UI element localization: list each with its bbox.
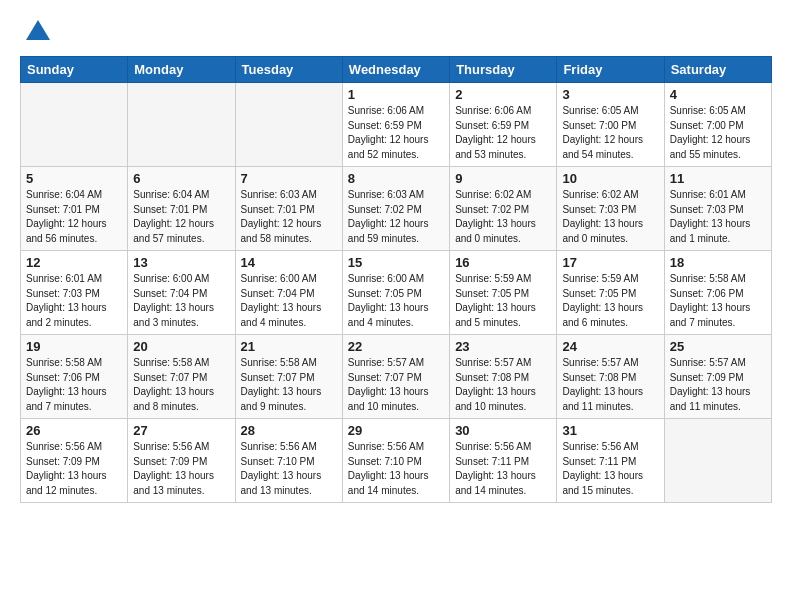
day-info: Sunrise: 5:58 AM Sunset: 7:06 PM Dayligh…	[670, 272, 766, 330]
day-info: Sunrise: 5:56 AM Sunset: 7:11 PM Dayligh…	[455, 440, 551, 498]
day-number: 5	[26, 171, 122, 186]
day-info: Sunrise: 5:59 AM Sunset: 7:05 PM Dayligh…	[455, 272, 551, 330]
day-info: Sunrise: 5:56 AM Sunset: 7:11 PM Dayligh…	[562, 440, 658, 498]
calendar-cell: 6Sunrise: 6:04 AM Sunset: 7:01 PM Daylig…	[128, 167, 235, 251]
calendar-header: SundayMondayTuesdayWednesdayThursdayFrid…	[21, 57, 772, 83]
day-number: 18	[670, 255, 766, 270]
calendar-cell: 21Sunrise: 5:58 AM Sunset: 7:07 PM Dayli…	[235, 335, 342, 419]
day-number: 13	[133, 255, 229, 270]
logo	[20, 16, 52, 44]
week-row-3: 19Sunrise: 5:58 AM Sunset: 7:06 PM Dayli…	[21, 335, 772, 419]
day-number: 29	[348, 423, 444, 438]
calendar-cell: 10Sunrise: 6:02 AM Sunset: 7:03 PM Dayli…	[557, 167, 664, 251]
page: SundayMondayTuesdayWednesdayThursdayFrid…	[0, 0, 792, 519]
calendar-cell: 25Sunrise: 5:57 AM Sunset: 7:09 PM Dayli…	[664, 335, 771, 419]
calendar-cell: 5Sunrise: 6:04 AM Sunset: 7:01 PM Daylig…	[21, 167, 128, 251]
calendar-cell	[235, 83, 342, 167]
day-number: 3	[562, 87, 658, 102]
day-info: Sunrise: 6:04 AM Sunset: 7:01 PM Dayligh…	[26, 188, 122, 246]
day-info: Sunrise: 6:01 AM Sunset: 7:03 PM Dayligh…	[670, 188, 766, 246]
day-number: 28	[241, 423, 337, 438]
weekday-header-tuesday: Tuesday	[235, 57, 342, 83]
calendar-cell: 29Sunrise: 5:56 AM Sunset: 7:10 PM Dayli…	[342, 419, 449, 503]
week-row-4: 26Sunrise: 5:56 AM Sunset: 7:09 PM Dayli…	[21, 419, 772, 503]
calendar-cell: 9Sunrise: 6:02 AM Sunset: 7:02 PM Daylig…	[450, 167, 557, 251]
day-number: 1	[348, 87, 444, 102]
day-number: 19	[26, 339, 122, 354]
calendar-cell: 11Sunrise: 6:01 AM Sunset: 7:03 PM Dayli…	[664, 167, 771, 251]
calendar-cell: 17Sunrise: 5:59 AM Sunset: 7:05 PM Dayli…	[557, 251, 664, 335]
calendar-cell	[664, 419, 771, 503]
calendar-cell: 27Sunrise: 5:56 AM Sunset: 7:09 PM Dayli…	[128, 419, 235, 503]
day-number: 23	[455, 339, 551, 354]
day-info: Sunrise: 6:00 AM Sunset: 7:04 PM Dayligh…	[133, 272, 229, 330]
day-info: Sunrise: 5:56 AM Sunset: 7:10 PM Dayligh…	[241, 440, 337, 498]
calendar-cell: 4Sunrise: 6:05 AM Sunset: 7:00 PM Daylig…	[664, 83, 771, 167]
weekday-header-wednesday: Wednesday	[342, 57, 449, 83]
week-row-0: 1Sunrise: 6:06 AM Sunset: 6:59 PM Daylig…	[21, 83, 772, 167]
day-info: Sunrise: 6:00 AM Sunset: 7:05 PM Dayligh…	[348, 272, 444, 330]
day-info: Sunrise: 5:58 AM Sunset: 7:06 PM Dayligh…	[26, 356, 122, 414]
calendar-cell: 28Sunrise: 5:56 AM Sunset: 7:10 PM Dayli…	[235, 419, 342, 503]
calendar-cell: 19Sunrise: 5:58 AM Sunset: 7:06 PM Dayli…	[21, 335, 128, 419]
calendar-cell: 26Sunrise: 5:56 AM Sunset: 7:09 PM Dayli…	[21, 419, 128, 503]
calendar-cell: 22Sunrise: 5:57 AM Sunset: 7:07 PM Dayli…	[342, 335, 449, 419]
day-number: 15	[348, 255, 444, 270]
day-info: Sunrise: 5:57 AM Sunset: 7:08 PM Dayligh…	[455, 356, 551, 414]
day-number: 22	[348, 339, 444, 354]
calendar-cell: 16Sunrise: 5:59 AM Sunset: 7:05 PM Dayli…	[450, 251, 557, 335]
day-number: 2	[455, 87, 551, 102]
calendar-cell	[21, 83, 128, 167]
day-number: 21	[241, 339, 337, 354]
calendar-cell: 1Sunrise: 6:06 AM Sunset: 6:59 PM Daylig…	[342, 83, 449, 167]
day-info: Sunrise: 5:59 AM Sunset: 7:05 PM Dayligh…	[562, 272, 658, 330]
day-number: 27	[133, 423, 229, 438]
weekday-header-sunday: Sunday	[21, 57, 128, 83]
day-info: Sunrise: 5:58 AM Sunset: 7:07 PM Dayligh…	[133, 356, 229, 414]
day-number: 6	[133, 171, 229, 186]
calendar-table: SundayMondayTuesdayWednesdayThursdayFrid…	[20, 56, 772, 503]
calendar-cell: 13Sunrise: 6:00 AM Sunset: 7:04 PM Dayli…	[128, 251, 235, 335]
calendar-cell: 18Sunrise: 5:58 AM Sunset: 7:06 PM Dayli…	[664, 251, 771, 335]
day-number: 17	[562, 255, 658, 270]
calendar-cell: 12Sunrise: 6:01 AM Sunset: 7:03 PM Dayli…	[21, 251, 128, 335]
svg-marker-0	[26, 20, 50, 40]
calendar-cell	[128, 83, 235, 167]
calendar-cell: 30Sunrise: 5:56 AM Sunset: 7:11 PM Dayli…	[450, 419, 557, 503]
day-number: 20	[133, 339, 229, 354]
day-number: 30	[455, 423, 551, 438]
weekday-header-saturday: Saturday	[664, 57, 771, 83]
calendar-cell: 8Sunrise: 6:03 AM Sunset: 7:02 PM Daylig…	[342, 167, 449, 251]
weekday-header-thursday: Thursday	[450, 57, 557, 83]
day-info: Sunrise: 5:56 AM Sunset: 7:10 PM Dayligh…	[348, 440, 444, 498]
day-info: Sunrise: 5:56 AM Sunset: 7:09 PM Dayligh…	[26, 440, 122, 498]
day-number: 9	[455, 171, 551, 186]
day-info: Sunrise: 5:57 AM Sunset: 7:08 PM Dayligh…	[562, 356, 658, 414]
day-info: Sunrise: 6:06 AM Sunset: 6:59 PM Dayligh…	[348, 104, 444, 162]
calendar-cell: 31Sunrise: 5:56 AM Sunset: 7:11 PM Dayli…	[557, 419, 664, 503]
calendar-cell: 20Sunrise: 5:58 AM Sunset: 7:07 PM Dayli…	[128, 335, 235, 419]
day-number: 24	[562, 339, 658, 354]
day-info: Sunrise: 5:58 AM Sunset: 7:07 PM Dayligh…	[241, 356, 337, 414]
day-number: 26	[26, 423, 122, 438]
day-number: 25	[670, 339, 766, 354]
weekday-header-monday: Monday	[128, 57, 235, 83]
calendar-body: 1Sunrise: 6:06 AM Sunset: 6:59 PM Daylig…	[21, 83, 772, 503]
calendar-cell: 7Sunrise: 6:03 AM Sunset: 7:01 PM Daylig…	[235, 167, 342, 251]
day-info: Sunrise: 6:04 AM Sunset: 7:01 PM Dayligh…	[133, 188, 229, 246]
week-row-1: 5Sunrise: 6:04 AM Sunset: 7:01 PM Daylig…	[21, 167, 772, 251]
weekday-header-row: SundayMondayTuesdayWednesdayThursdayFrid…	[21, 57, 772, 83]
day-number: 31	[562, 423, 658, 438]
day-number: 11	[670, 171, 766, 186]
header	[20, 16, 772, 44]
day-number: 7	[241, 171, 337, 186]
day-info: Sunrise: 6:05 AM Sunset: 7:00 PM Dayligh…	[670, 104, 766, 162]
day-info: Sunrise: 6:02 AM Sunset: 7:03 PM Dayligh…	[562, 188, 658, 246]
day-info: Sunrise: 5:57 AM Sunset: 7:09 PM Dayligh…	[670, 356, 766, 414]
day-info: Sunrise: 6:03 AM Sunset: 7:01 PM Dayligh…	[241, 188, 337, 246]
day-info: Sunrise: 6:01 AM Sunset: 7:03 PM Dayligh…	[26, 272, 122, 330]
calendar-cell: 23Sunrise: 5:57 AM Sunset: 7:08 PM Dayli…	[450, 335, 557, 419]
calendar-cell: 3Sunrise: 6:05 AM Sunset: 7:00 PM Daylig…	[557, 83, 664, 167]
logo-icon	[24, 16, 52, 44]
day-number: 8	[348, 171, 444, 186]
